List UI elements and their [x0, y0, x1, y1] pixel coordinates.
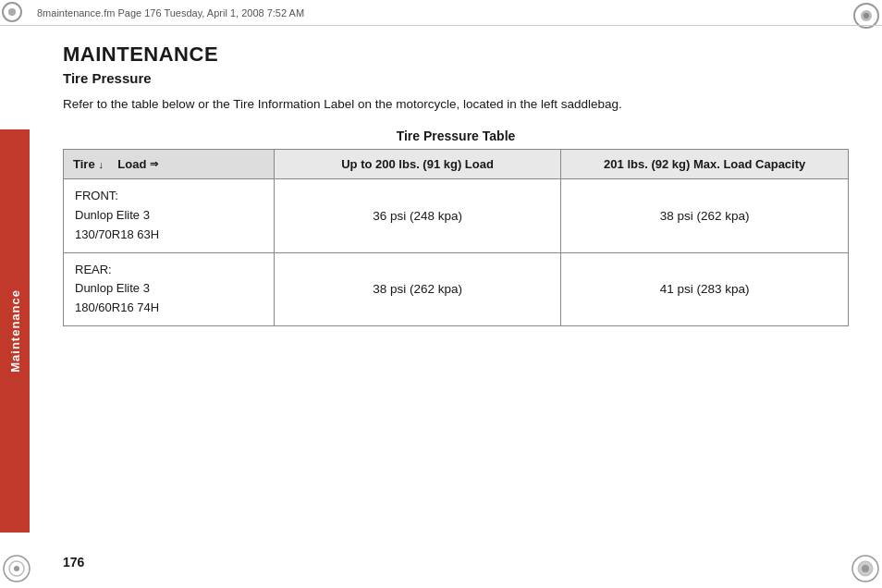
header-load-label: Load — [117, 157, 146, 171]
section-title: Tire Pressure — [63, 70, 849, 86]
corner-mark-bl — [2, 554, 31, 586]
arrow-right-icon: ⇒ — [150, 158, 158, 170]
header-tire-label: Tire — [73, 157, 95, 171]
tire-cell-0: FRONT: Dunlop Elite 3 130/70R18 63H — [64, 179, 275, 252]
tire-pressure-table: Tire ↓ Load ⇒ Up to 200 lbs. (91 kg) Loa… — [63, 149, 849, 326]
sidebar-tab: Maintenance — [0, 129, 30, 533]
load2-cell-0: 38 psi (262 kpa) — [561, 179, 849, 252]
table-row: REAR: Dunlop Elite 3 180/60R16 74H38 psi… — [64, 252, 849, 325]
table-header-load2: 201 lbs. (92 kg) Max. Load Capacity — [561, 150, 849, 179]
table-header-load1: Up to 200 lbs. (91 kg) Load — [274, 150, 561, 179]
table-row: FRONT: Dunlop Elite 3 130/70R18 63H36 ps… — [64, 179, 849, 252]
load1-cell-0: 36 psi (248 kpa) — [274, 179, 561, 252]
header-text: 8maintenance.fm Page 176 Tuesday, April … — [37, 7, 304, 18]
load2-cell-1: 41 psi (283 kpa) — [561, 252, 849, 325]
tire-cell-1: REAR: Dunlop Elite 3 180/60R16 74H — [64, 252, 275, 325]
arrow-down-icon: ↓ — [99, 159, 104, 170]
svg-point-5 — [14, 566, 19, 571]
page-number: 176 — [63, 555, 84, 570]
main-content: MAINTENANCE Tire Pressure Refer to the t… — [30, 26, 882, 588]
load1-cell-1: 38 psi (262 kpa) — [274, 252, 561, 325]
intro-text: Refer to the table below or the Tire Inf… — [63, 95, 849, 114]
page-title: MAINTENANCE — [63, 43, 849, 67]
table-header-tire: Tire ↓ Load ⇒ — [64, 150, 275, 179]
table-title: Tire Pressure Table — [63, 129, 849, 143]
header-bar: 8maintenance.fm Page 176 Tuesday, April … — [0, 0, 882, 26]
sidebar-label: Maintenance — [8, 289, 22, 373]
